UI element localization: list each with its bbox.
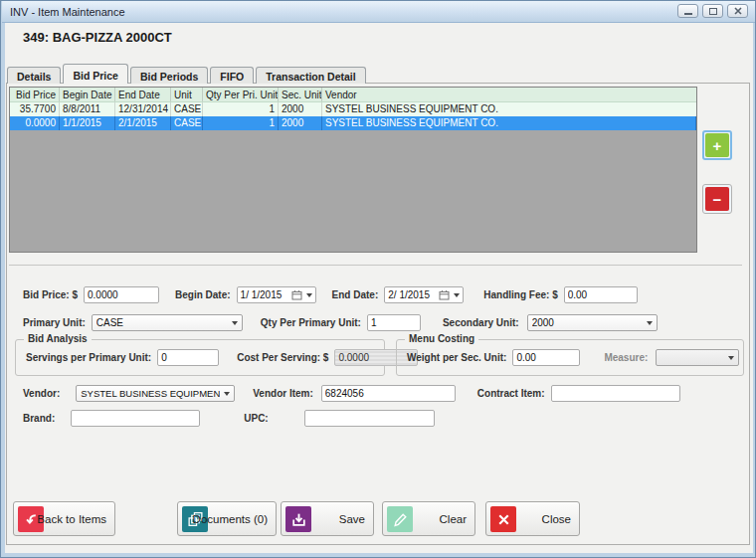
column-header-unit[interactable]: Unit (171, 88, 203, 101)
measure-label: Measure: (604, 352, 648, 363)
primary-unit-label: Primary Unit: (23, 317, 86, 328)
cell-unit: CASE (171, 102, 203, 116)
handling-fee-field[interactable] (564, 286, 638, 303)
secondary-unit-label: Secondary Unit: (443, 317, 519, 328)
save-icon (285, 506, 311, 532)
cell-end-date: 12/31/2014 (115, 102, 171, 116)
servings-per-primary-unit-label: Servings per Primary Unit: (26, 352, 151, 363)
column-header-bid-price[interactable]: Bid Price (10, 88, 60, 101)
qty-per-primary-unit-field[interactable] (367, 314, 421, 331)
minimize-icon (684, 13, 692, 15)
chevron-down-icon (647, 321, 653, 325)
title-bar[interactable]: INV - Item Maintenance (2, 1, 756, 23)
close-icon (734, 7, 742, 15)
tab-details[interactable]: Details (7, 67, 61, 84)
menu-costing-title: Menu Costing (405, 333, 478, 344)
chevron-down-icon (728, 356, 734, 360)
tab-bar: Details Bid Price Bid Periods FIFO Trans… (7, 64, 368, 84)
brand-field[interactable] (71, 410, 200, 427)
close-window-button[interactable] (727, 4, 748, 18)
end-date-picker[interactable]: 2/ 1/2015 (384, 286, 464, 303)
close-button[interactable]: Close (485, 501, 580, 536)
maximize-icon (709, 8, 717, 15)
form-separator (9, 265, 742, 266)
bid-price-field[interactable] (84, 286, 159, 303)
table-row[interactable]: 35.7700 8/8/2011 12/31/2014 CASE 1 2000 … (10, 102, 696, 116)
documents-button[interactable]: Documents (0) (177, 501, 277, 536)
app-window: INV - Item Maintenance 349: BAG-PIZZA 20… (0, 0, 756, 558)
primary-unit-value: CASE (96, 317, 228, 328)
calendar-icon (439, 289, 450, 300)
qty-per-primary-unit-label: Qty Per Primary Unit: (261, 317, 361, 328)
upc-label: UPC: (244, 413, 268, 424)
maximize-button[interactable] (702, 4, 723, 18)
column-header-vendor[interactable]: Vendor (322, 88, 696, 101)
chevron-down-icon (454, 293, 460, 297)
form-row-units: Primary Unit: CASE Qty Per Primary Unit:… (23, 314, 658, 331)
plus-icon: + (705, 133, 729, 157)
cell-begin-date: 8/8/2011 (60, 102, 115, 116)
minimize-button[interactable] (677, 4, 698, 18)
back-to-items-button[interactable]: Back to Items (13, 501, 115, 536)
tab-transaction-detail[interactable]: Transaction Detail (256, 67, 365, 84)
form-row-price-dates: Bid Price: $ Begin Date: 1/ 1/2015 End D… (23, 286, 638, 303)
grid-header-row: Bid Price Begin Date End Date Unit Qty P… (10, 88, 696, 102)
cell-qty-per-pri-unit: 1 (203, 116, 279, 130)
end-date-label: End Date: (332, 289, 379, 300)
bid-price-grid[interactable]: Bid Price Begin Date End Date Unit Qty P… (9, 87, 697, 253)
cell-bid-price: 0.0000 (10, 116, 60, 130)
column-header-qty-per-pri-unit[interactable]: Qty Per Pri. Unit (203, 88, 279, 101)
remove-row-button[interactable]: − (702, 184, 732, 214)
contract-item-field[interactable] (551, 385, 680, 402)
calendar-icon (291, 289, 302, 300)
chevron-down-icon (232, 321, 238, 325)
cell-sec-unit: 2000 (279, 116, 322, 130)
tab-fifo[interactable]: FIFO (210, 67, 254, 84)
bid-analysis-group: Bid Analysis Servings per Primary Unit: … (15, 339, 385, 376)
column-header-begin-date[interactable]: Begin Date (60, 88, 115, 101)
chevron-down-icon (306, 293, 312, 297)
servings-per-primary-unit-field[interactable] (157, 349, 219, 366)
cell-sec-unit: 2000 (279, 102, 322, 116)
brand-label: Brand: (23, 413, 55, 424)
vendor-item-field[interactable] (321, 385, 456, 402)
primary-unit-select[interactable]: CASE (92, 314, 243, 331)
cell-vendor: SYSTEL BUSINESS EQUIPMENT CO. (322, 102, 696, 116)
begin-date-picker[interactable]: 1/ 1/2015 (237, 286, 316, 303)
form-row-vendor: Vendor: SYSTEL BUSINESS EQUIPMENT CO. Ve… (23, 385, 680, 402)
cell-bid-price: 35.7700 (10, 102, 60, 116)
column-header-sec-unit[interactable]: Sec. Unit (279, 88, 322, 101)
column-header-end-date[interactable]: End Date (115, 88, 171, 101)
menu-costing-group: Menu Costing Weight per Sec. Unit: Measu… (396, 339, 744, 376)
window-title: INV - Item Maintenance (10, 6, 125, 18)
vendor-label: Vendor: (23, 388, 60, 399)
cost-per-serving-label: Cost Per Serving: $ (237, 352, 328, 363)
secondary-unit-select[interactable]: 2000 (527, 314, 658, 331)
pencil-icon (387, 506, 413, 532)
save-button[interactable]: Save (281, 501, 374, 536)
measure-select[interactable] (656, 349, 739, 366)
clear-button[interactable]: Clear (382, 501, 475, 536)
cell-end-date: 2/1/2015 (115, 116, 171, 130)
end-date-value: 2/ 1/2015 (388, 289, 437, 300)
table-row-selected[interactable]: 0.0000 1/1/2015 2/1/2015 CASE 1 2000 SYS… (10, 116, 696, 130)
tab-bid-price[interactable]: Bid Price (63, 64, 128, 84)
minus-icon: − (705, 187, 729, 211)
begin-date-value: 1/ 1/2015 (241, 289, 289, 300)
button-label: Save (339, 502, 365, 536)
secondary-unit-value: 2000 (532, 317, 643, 328)
vendor-select[interactable]: SYSTEL BUSINESS EQUIPMENT CO. (76, 385, 235, 402)
weight-per-sec-unit-label: Weight per Sec. Unit: (407, 352, 506, 363)
handling-fee-label: Handling Fee: $ (483, 289, 557, 300)
window-controls (677, 4, 748, 18)
button-label: Documents (0) (193, 502, 268, 536)
weight-per-sec-unit-field[interactable] (512, 349, 580, 366)
cell-qty-per-pri-unit: 1 (203, 102, 279, 116)
upc-field[interactable] (304, 410, 435, 427)
tab-bid-periods[interactable]: Bid Periods (130, 67, 208, 84)
begin-date-label: Begin Date: (175, 289, 231, 300)
vendor-value: SYSTEL BUSINESS EQUIPMENT CO. (81, 388, 220, 399)
button-label: Back to Items (37, 502, 106, 536)
add-row-button[interactable]: + (702, 130, 732, 160)
form-row-brand: Brand: UPC: (23, 410, 435, 427)
